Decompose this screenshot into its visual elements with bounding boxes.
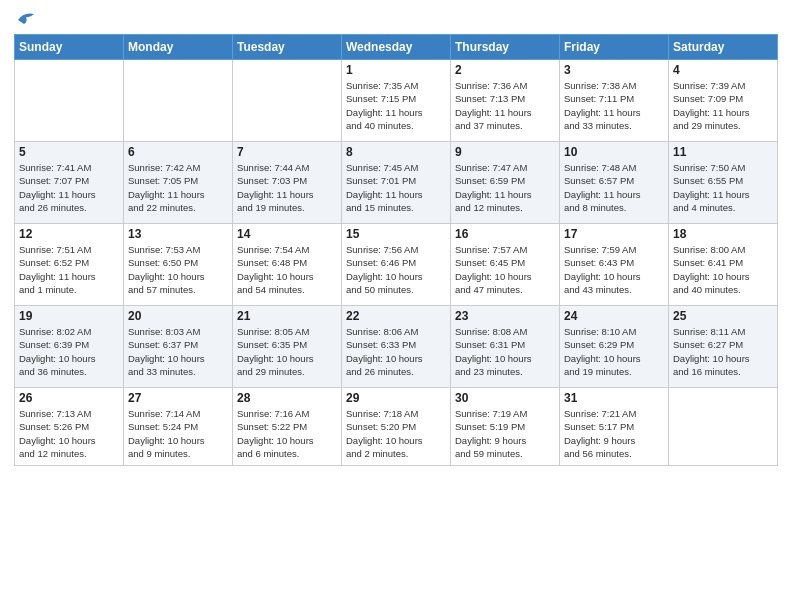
calendar-cell: 29Sunrise: 7:18 AM Sunset: 5:20 PM Dayli… (342, 388, 451, 466)
day-number: 21 (237, 309, 337, 323)
weekday-header-friday: Friday (560, 35, 669, 60)
day-number: 29 (346, 391, 446, 405)
week-row-4: 19Sunrise: 8:02 AM Sunset: 6:39 PM Dayli… (15, 306, 778, 388)
calendar-cell: 17Sunrise: 7:59 AM Sunset: 6:43 PM Dayli… (560, 224, 669, 306)
calendar-cell: 18Sunrise: 8:00 AM Sunset: 6:41 PM Dayli… (669, 224, 778, 306)
day-info: Sunrise: 7:59 AM Sunset: 6:43 PM Dayligh… (564, 243, 664, 296)
weekday-header-saturday: Saturday (669, 35, 778, 60)
day-number: 22 (346, 309, 446, 323)
day-number: 18 (673, 227, 773, 241)
day-info: Sunrise: 7:14 AM Sunset: 5:24 PM Dayligh… (128, 407, 228, 460)
day-number: 5 (19, 145, 119, 159)
calendar-cell: 7Sunrise: 7:44 AM Sunset: 7:03 PM Daylig… (233, 142, 342, 224)
logo (14, 10, 36, 28)
day-number: 9 (455, 145, 555, 159)
calendar-cell: 6Sunrise: 7:42 AM Sunset: 7:05 PM Daylig… (124, 142, 233, 224)
weekday-header-thursday: Thursday (451, 35, 560, 60)
day-number: 15 (346, 227, 446, 241)
logo-bird-icon (16, 10, 36, 28)
calendar-cell: 2Sunrise: 7:36 AM Sunset: 7:13 PM Daylig… (451, 60, 560, 142)
calendar-cell: 16Sunrise: 7:57 AM Sunset: 6:45 PM Dayli… (451, 224, 560, 306)
day-number: 23 (455, 309, 555, 323)
calendar-cell: 5Sunrise: 7:41 AM Sunset: 7:07 PM Daylig… (15, 142, 124, 224)
page: SundayMondayTuesdayWednesdayThursdayFrid… (0, 0, 792, 612)
day-info: Sunrise: 7:19 AM Sunset: 5:19 PM Dayligh… (455, 407, 555, 460)
day-info: Sunrise: 8:08 AM Sunset: 6:31 PM Dayligh… (455, 325, 555, 378)
calendar-cell: 24Sunrise: 8:10 AM Sunset: 6:29 PM Dayli… (560, 306, 669, 388)
day-info: Sunrise: 8:10 AM Sunset: 6:29 PM Dayligh… (564, 325, 664, 378)
weekday-header-sunday: Sunday (15, 35, 124, 60)
calendar-cell: 22Sunrise: 8:06 AM Sunset: 6:33 PM Dayli… (342, 306, 451, 388)
day-info: Sunrise: 8:05 AM Sunset: 6:35 PM Dayligh… (237, 325, 337, 378)
calendar-cell (233, 60, 342, 142)
day-info: Sunrise: 8:00 AM Sunset: 6:41 PM Dayligh… (673, 243, 773, 296)
day-info: Sunrise: 7:45 AM Sunset: 7:01 PM Dayligh… (346, 161, 446, 214)
day-number: 24 (564, 309, 664, 323)
calendar-cell: 25Sunrise: 8:11 AM Sunset: 6:27 PM Dayli… (669, 306, 778, 388)
day-number: 30 (455, 391, 555, 405)
day-info: Sunrise: 7:57 AM Sunset: 6:45 PM Dayligh… (455, 243, 555, 296)
calendar-cell: 28Sunrise: 7:16 AM Sunset: 5:22 PM Dayli… (233, 388, 342, 466)
calendar-cell: 12Sunrise: 7:51 AM Sunset: 6:52 PM Dayli… (15, 224, 124, 306)
calendar-cell: 14Sunrise: 7:54 AM Sunset: 6:48 PM Dayli… (233, 224, 342, 306)
week-row-1: 1Sunrise: 7:35 AM Sunset: 7:15 PM Daylig… (15, 60, 778, 142)
calendar-cell: 4Sunrise: 7:39 AM Sunset: 7:09 PM Daylig… (669, 60, 778, 142)
day-number: 8 (346, 145, 446, 159)
day-info: Sunrise: 7:47 AM Sunset: 6:59 PM Dayligh… (455, 161, 555, 214)
day-number: 27 (128, 391, 228, 405)
day-info: Sunrise: 7:50 AM Sunset: 6:55 PM Dayligh… (673, 161, 773, 214)
day-number: 1 (346, 63, 446, 77)
calendar-cell (15, 60, 124, 142)
day-info: Sunrise: 8:03 AM Sunset: 6:37 PM Dayligh… (128, 325, 228, 378)
day-number: 17 (564, 227, 664, 241)
calendar-cell: 31Sunrise: 7:21 AM Sunset: 5:17 PM Dayli… (560, 388, 669, 466)
calendar-cell: 30Sunrise: 7:19 AM Sunset: 5:19 PM Dayli… (451, 388, 560, 466)
day-info: Sunrise: 7:16 AM Sunset: 5:22 PM Dayligh… (237, 407, 337, 460)
calendar-cell: 23Sunrise: 8:08 AM Sunset: 6:31 PM Dayli… (451, 306, 560, 388)
day-info: Sunrise: 7:48 AM Sunset: 6:57 PM Dayligh… (564, 161, 664, 214)
calendar-cell: 13Sunrise: 7:53 AM Sunset: 6:50 PM Dayli… (124, 224, 233, 306)
calendar-cell: 11Sunrise: 7:50 AM Sunset: 6:55 PM Dayli… (669, 142, 778, 224)
day-info: Sunrise: 7:53 AM Sunset: 6:50 PM Dayligh… (128, 243, 228, 296)
day-number: 20 (128, 309, 228, 323)
day-info: Sunrise: 7:21 AM Sunset: 5:17 PM Dayligh… (564, 407, 664, 460)
day-number: 31 (564, 391, 664, 405)
day-info: Sunrise: 7:38 AM Sunset: 7:11 PM Dayligh… (564, 79, 664, 132)
day-info: Sunrise: 7:51 AM Sunset: 6:52 PM Dayligh… (19, 243, 119, 296)
day-number: 3 (564, 63, 664, 77)
day-number: 12 (19, 227, 119, 241)
day-number: 10 (564, 145, 664, 159)
week-row-2: 5Sunrise: 7:41 AM Sunset: 7:07 PM Daylig… (15, 142, 778, 224)
week-row-5: 26Sunrise: 7:13 AM Sunset: 5:26 PM Dayli… (15, 388, 778, 466)
calendar: SundayMondayTuesdayWednesdayThursdayFrid… (14, 34, 778, 466)
day-number: 11 (673, 145, 773, 159)
day-info: Sunrise: 7:39 AM Sunset: 7:09 PM Dayligh… (673, 79, 773, 132)
calendar-cell: 15Sunrise: 7:56 AM Sunset: 6:46 PM Dayli… (342, 224, 451, 306)
calendar-cell: 26Sunrise: 7:13 AM Sunset: 5:26 PM Dayli… (15, 388, 124, 466)
weekday-header-tuesday: Tuesday (233, 35, 342, 60)
day-number: 13 (128, 227, 228, 241)
day-info: Sunrise: 7:18 AM Sunset: 5:20 PM Dayligh… (346, 407, 446, 460)
calendar-cell: 21Sunrise: 8:05 AM Sunset: 6:35 PM Dayli… (233, 306, 342, 388)
day-info: Sunrise: 7:41 AM Sunset: 7:07 PM Dayligh… (19, 161, 119, 214)
calendar-cell: 19Sunrise: 8:02 AM Sunset: 6:39 PM Dayli… (15, 306, 124, 388)
header (14, 10, 778, 28)
day-info: Sunrise: 7:44 AM Sunset: 7:03 PM Dayligh… (237, 161, 337, 214)
calendar-cell: 27Sunrise: 7:14 AM Sunset: 5:24 PM Dayli… (124, 388, 233, 466)
day-number: 16 (455, 227, 555, 241)
day-info: Sunrise: 7:56 AM Sunset: 6:46 PM Dayligh… (346, 243, 446, 296)
day-info: Sunrise: 7:13 AM Sunset: 5:26 PM Dayligh… (19, 407, 119, 460)
day-number: 2 (455, 63, 555, 77)
day-info: Sunrise: 7:36 AM Sunset: 7:13 PM Dayligh… (455, 79, 555, 132)
day-number: 7 (237, 145, 337, 159)
weekday-header-row: SundayMondayTuesdayWednesdayThursdayFrid… (15, 35, 778, 60)
calendar-cell: 3Sunrise: 7:38 AM Sunset: 7:11 PM Daylig… (560, 60, 669, 142)
calendar-cell: 10Sunrise: 7:48 AM Sunset: 6:57 PM Dayli… (560, 142, 669, 224)
calendar-cell: 1Sunrise: 7:35 AM Sunset: 7:15 PM Daylig… (342, 60, 451, 142)
day-number: 25 (673, 309, 773, 323)
day-info: Sunrise: 8:06 AM Sunset: 6:33 PM Dayligh… (346, 325, 446, 378)
week-row-3: 12Sunrise: 7:51 AM Sunset: 6:52 PM Dayli… (15, 224, 778, 306)
calendar-cell (669, 388, 778, 466)
day-number: 14 (237, 227, 337, 241)
day-number: 26 (19, 391, 119, 405)
